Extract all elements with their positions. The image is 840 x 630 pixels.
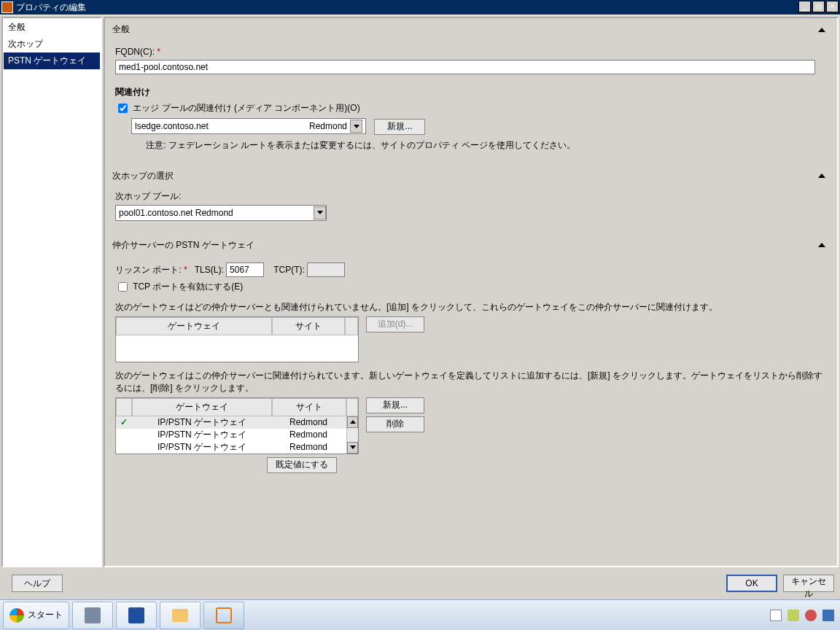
scrollbar[interactable] — [346, 416, 358, 454]
add-gateway-button[interactable]: 追加(d)... — [366, 316, 424, 332]
enable-tcp-checkbox[interactable] — [118, 282, 128, 292]
chevron-down-icon — [314, 206, 326, 219]
tls-label: TLS(L): — [195, 265, 224, 275]
flag-icon[interactable] — [770, 610, 782, 621]
taskbar-item-explorer[interactable] — [160, 602, 201, 629]
sidebar-item-general[interactable]: 全般 — [4, 19, 100, 36]
section-body-general: FQDN(C): * 関連付け エッジ プールの関連付け (メディア コンポーネ… — [105, 41, 837, 165]
col-gateway: ゲートウェイ — [132, 398, 272, 416]
minimize-button[interactable]: _ — [798, 1, 811, 12]
scroll-down-icon[interactable] — [347, 442, 358, 454]
new-gateway-button[interactable]: 新規... — [366, 397, 424, 413]
window-title: プロパティの編集 — [16, 1, 86, 14]
collapse-icon — [818, 174, 825, 178]
content-panel: 全般 FQDN(C): * 関連付け エッジ プールの関連付け (メディア コン… — [104, 17, 839, 567]
section-header-pstn[interactable]: 仲介サーバーの PSTN ゲートウェイ — [105, 234, 837, 257]
nexthop-pool-select[interactable]: pool01.contoso.net Redmond — [115, 205, 327, 221]
gateway-cell: IP/PSTN ゲートウェイ — [132, 429, 272, 441]
sidebar-item-pstn[interactable]: PSTN ゲートウェイ — [4, 52, 100, 69]
window-buttons: _ ▭ × — [797, 1, 839, 12]
enable-tcp-label: TCP ポートを有効にする(E) — [133, 281, 243, 291]
taskbar-item-topology[interactable] — [203, 602, 244, 629]
cancel-button[interactable]: キャンセル — [783, 575, 834, 592]
section-body-pstn: リッスン ポート: * TLS(L): TCP(T): TCP ポートを有効にす… — [105, 257, 837, 486]
col-site: サイト — [272, 317, 345, 335]
taskbar: スタート — [0, 599, 840, 630]
unassociated-desc: 次のゲートウェイはどの仲介サーバーとも関連付けられていません。[追加] をクリッ… — [115, 301, 827, 314]
unassociated-grid-body — [116, 335, 358, 362]
nexthop-pool-value: pool01.contoso.net Redmond — [119, 208, 233, 218]
federation-note: 注意: フェデレーション ルートを表示または変更するには、サイトのプロパティ ペ… — [146, 139, 827, 152]
fqdn-input[interactable] — [115, 60, 815, 74]
edge-pool-checkbox[interactable] — [118, 104, 128, 113]
windows-icon — [9, 608, 24, 623]
required-icon: * — [182, 265, 187, 275]
chevron-down-icon — [350, 120, 362, 133]
title-bar: プロパティの編集 _ ▭ × — [0, 0, 840, 15]
required-icon: * — [155, 47, 160, 57]
check-icon: ✓ — [116, 417, 132, 427]
section-body-nexthop: 次ホップ プール: pool01.contoso.net Redmond — [105, 187, 837, 234]
sidebar: 全般 次ホップ PSTN ゲートウェイ — [1, 17, 102, 567]
fqdn-label: FQDN(C): — [115, 47, 155, 57]
start-button[interactable]: スタート — [3, 602, 69, 629]
section-title-pstn: 仲介サーバーの PSTN ゲートウェイ — [112, 239, 254, 252]
edge-pool-checkbox-label: エッジ プールの関連付け (メディア コンポーネント用)(O) — [133, 103, 359, 113]
associated-grid-body: ✓ IP/PSTN ゲートウェイ Redmond IP/PSTN ゲートウェイ … — [116, 416, 346, 454]
make-default-button[interactable]: 既定値にする — [267, 457, 337, 473]
scroll-up-icon[interactable] — [347, 416, 358, 428]
section-header-general[interactable]: 全般 — [105, 18, 837, 41]
tcp-label: TCP(T): — [273, 265, 305, 275]
table-row[interactable]: IP/PSTN ゲートウェイ Redmond — [116, 441, 346, 454]
edge-pool-value-right: Redmond — [309, 121, 347, 131]
delete-gateway-button[interactable]: 削除 — [366, 416, 424, 432]
nexthop-pool-label: 次ホップ プール: — [115, 190, 827, 203]
tls-port-input[interactable] — [226, 262, 264, 277]
col-scroll — [346, 398, 358, 416]
tcp-port-input — [307, 262, 345, 277]
help-button[interactable]: ヘルプ — [12, 575, 63, 592]
associated-desc: 次のゲートウェイはこの仲介サーバーに関連付けられています。新しいゲートウェイを定… — [115, 370, 827, 394]
collapse-icon — [818, 28, 825, 32]
listen-port-label: リッスン ポート: — [115, 265, 182, 275]
collapse-icon — [818, 243, 825, 247]
topology-icon — [216, 607, 232, 623]
volume-icon[interactable] — [822, 610, 834, 621]
action-bar: ヘルプ OK キャンセル — [0, 569, 840, 598]
section-header-nexthop[interactable]: 次ホップの選択 — [105, 165, 837, 187]
unassociated-gateways-grid[interactable]: ゲートウェイ サイト — [115, 316, 359, 362]
folder-icon — [172, 609, 188, 622]
section-title-general: 全般 — [112, 23, 130, 36]
tray-icon[interactable] — [788, 610, 799, 621]
section-title-nexthop: 次ホップの選択 — [112, 170, 174, 182]
app-icon — [1, 1, 13, 13]
table-row[interactable]: ✓ IP/PSTN ゲートウェイ Redmond — [116, 416, 346, 429]
maximize-button[interactable]: ▭ — [812, 1, 825, 12]
assoc-header: 関連付け — [115, 87, 150, 97]
taskbar-item-powershell[interactable] — [116, 602, 157, 629]
site-cell: Redmond — [272, 442, 345, 452]
edge-pool-select[interactable]: lsedge.contoso.net Redmond — [131, 118, 366, 134]
col-spacer — [345, 317, 358, 335]
network-icon[interactable] — [805, 610, 817, 621]
client-area: 全般 次ホップ PSTN ゲートウェイ 全般 FQDN(C): * 関連付け エ… — [0, 15, 840, 569]
site-cell: Redmond — [272, 429, 345, 440]
powershell-icon — [128, 607, 144, 623]
site-cell: Redmond — [272, 417, 345, 427]
start-label: スタート — [28, 609, 63, 621]
new-edge-button[interactable]: 新規... — [374, 119, 425, 135]
close-button[interactable]: × — [826, 1, 839, 12]
col-gateway: ゲートウェイ — [116, 317, 272, 335]
edge-pool-value-left: lsedge.contoso.net — [135, 121, 209, 131]
gateway-cell: IP/PSTN ゲートウェイ — [132, 416, 272, 429]
system-tray — [770, 610, 840, 621]
table-row[interactable]: IP/PSTN ゲートウェイ Redmond — [116, 429, 346, 441]
gateway-cell: IP/PSTN ゲートウェイ — [132, 441, 272, 454]
col-default — [116, 398, 132, 416]
ok-button[interactable]: OK — [726, 575, 777, 592]
taskbar-item-server[interactable] — [72, 602, 113, 629]
server-icon — [85, 607, 101, 623]
associated-gateways-grid[interactable]: ゲートウェイ サイト ✓ IP/PSTN ゲートウェイ Redmond — [115, 397, 359, 454]
sidebar-item-nexthop[interactable]: 次ホップ — [4, 36, 100, 52]
col-site: サイト — [272, 398, 346, 416]
